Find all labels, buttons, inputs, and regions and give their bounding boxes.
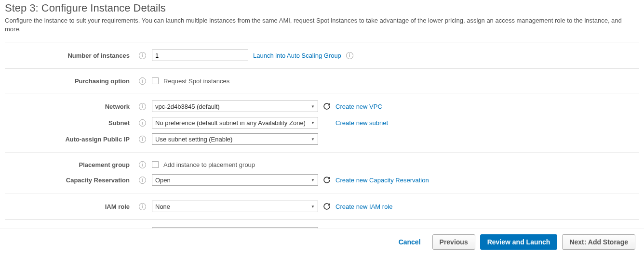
page-title: Step 3: Configure Instance Details (5, 2, 639, 14)
block-shutdown: Shutdown behavior i Stop (5, 219, 639, 229)
label-placement: Placement group (5, 161, 133, 168)
subnet-select[interactable]: No preference (default subnet in any Ava… (152, 117, 318, 128)
spot-label: Request Spot instances (163, 77, 229, 85)
info-icon[interactable]: i (139, 203, 146, 210)
placement-chk-label: Add instance to placement group (163, 161, 255, 168)
link-create-iam[interactable]: Create new IAM role (335, 203, 393, 210)
link-auto-scaling[interactable]: Launch into Auto Scaling Group (253, 52, 341, 59)
wizard-footer: Cancel Previous Review and Launch Next: … (0, 229, 644, 255)
label-iam: IAM role (5, 203, 133, 210)
info-icon[interactable]: i (139, 177, 146, 184)
info-icon[interactable]: i (139, 103, 146, 110)
link-create-subnet[interactable]: Create new subnet (335, 119, 388, 127)
block-placement: Placement group i Add instance to placem… (5, 152, 639, 193)
block-purchasing: Purchasing option i Request Spot instanc… (5, 68, 639, 93)
public-ip-select[interactable]: Use subnet setting (Enable) (152, 133, 318, 145)
link-create-capacity[interactable]: Create new Capacity Reservation (335, 177, 429, 184)
refresh-icon[interactable] (323, 176, 331, 184)
block-iam: IAM role i None Create new IAM role (5, 193, 639, 219)
label-num-instances: Number of instances (5, 52, 133, 59)
previous-button[interactable]: Previous (432, 234, 475, 250)
page-root: Step 3: Configure Instance Details Confi… (0, 0, 644, 255)
info-icon[interactable]: i (139, 161, 146, 168)
label-public-ip: Auto-assign Public IP (5, 136, 133, 143)
main-scroll-area[interactable]: Step 3: Configure Instance Details Confi… (0, 0, 644, 229)
label-capacity: Capacity Reservation (5, 177, 133, 184)
info-icon[interactable]: i (139, 77, 146, 85)
capacity-select[interactable]: Open (152, 174, 318, 186)
info-icon[interactable]: i (346, 52, 353, 59)
info-icon[interactable]: i (139, 119, 146, 127)
refresh-icon[interactable] (323, 203, 331, 210)
placement-checkbox[interactable] (152, 161, 159, 168)
next-add-storage-button[interactable]: Next: Add Storage (562, 234, 635, 250)
page-description: Configure the instance to suit your requ… (5, 16, 631, 33)
cancel-button[interactable]: Cancel (392, 234, 428, 250)
iam-select[interactable]: None (152, 201, 318, 212)
info-icon[interactable]: i (139, 52, 146, 59)
info-icon[interactable]: i (139, 136, 146, 143)
label-subnet: Subnet (5, 119, 133, 127)
review-launch-button[interactable]: Review and Launch (480, 234, 558, 250)
label-purchasing: Purchasing option (5, 77, 133, 85)
block-instances: Number of instances i Launch into Auto S… (5, 42, 639, 68)
block-network: Network i vpc-2d4b3845 (default) Create … (5, 93, 639, 152)
refresh-icon[interactable] (323, 102, 331, 110)
label-network: Network (5, 103, 133, 110)
link-create-vpc[interactable]: Create new VPC (335, 103, 382, 110)
num-instances-input[interactable] (152, 50, 248, 61)
spot-checkbox[interactable] (152, 77, 159, 84)
network-select[interactable]: vpc-2d4b3845 (default) (152, 101, 318, 112)
